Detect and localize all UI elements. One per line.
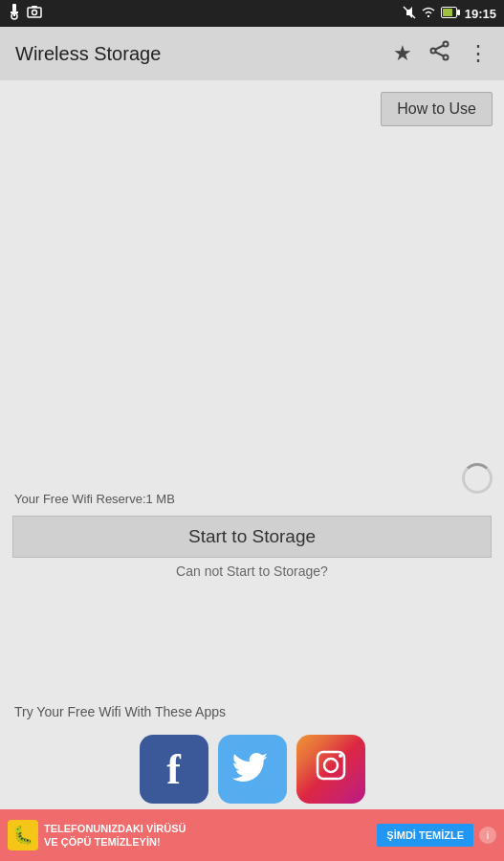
usb-icon xyxy=(8,4,21,24)
twitter-app-icon[interactable] xyxy=(218,735,287,804)
wifi-icon xyxy=(421,6,436,22)
svg-point-18 xyxy=(324,759,338,772)
svg-rect-10 xyxy=(457,10,460,15)
status-left-icons xyxy=(8,4,42,24)
start-to-storage-button[interactable]: Start to Storage xyxy=(12,516,492,558)
battery-icon xyxy=(441,7,460,21)
try-apps-label: Try Your Free Wifi With These Apps xyxy=(14,704,226,719)
svg-point-19 xyxy=(339,754,342,758)
app-bar: Wireless Storage ★ ⋮ xyxy=(0,27,504,80)
social-apps-row: f xyxy=(0,735,504,804)
ad-text-line2: VE ÇÖPÜ TEMİZLEYİN! xyxy=(44,835,371,849)
svg-rect-4 xyxy=(28,8,41,17)
svg-line-15 xyxy=(436,46,444,50)
facebook-letter: f xyxy=(166,745,181,794)
ad-cta-button[interactable]: ŞİMDİ TEMİZLE xyxy=(377,824,473,847)
time-display: 19:15 xyxy=(465,7,496,21)
ad-text: TELEFONUNIZDAKI VİRÜSÜ VE ÇÖPÜ TEMİZLEYİ… xyxy=(44,822,371,850)
status-right-icons: 19:15 xyxy=(403,6,496,22)
screenshot-icon xyxy=(27,5,42,23)
svg-point-13 xyxy=(431,49,436,54)
svg-point-12 xyxy=(444,42,449,47)
share-icon[interactable] xyxy=(429,40,450,67)
status-bar: 19:15 xyxy=(0,0,504,27)
star-icon[interactable]: ★ xyxy=(393,41,412,66)
svg-point-5 xyxy=(33,10,37,14)
instagram-app-icon[interactable] xyxy=(296,735,365,804)
ad-info-icon[interactable]: i xyxy=(479,827,496,844)
wifi-reserve-info: Your Free Wifi Reserve:1 MB xyxy=(14,492,175,506)
ad-text-line1: TELEFONUNIZDAKI VİRÜSÜ xyxy=(44,822,371,835)
twitter-bird-icon xyxy=(231,744,274,795)
svg-marker-8 xyxy=(406,7,412,18)
app-title: Wireless Storage xyxy=(15,43,393,65)
loading-spinner-area xyxy=(462,463,493,494)
instagram-camera-icon xyxy=(310,744,352,794)
svg-point-14 xyxy=(444,55,449,60)
bug-icon: 🐛 xyxy=(12,825,33,846)
loading-spinner xyxy=(462,463,493,494)
main-content: How to Use Your Free Wifi Reserve:1 MB S… xyxy=(0,80,504,861)
facebook-app-icon[interactable]: f xyxy=(140,735,208,804)
svg-rect-0 xyxy=(12,4,16,11)
mute-icon xyxy=(403,6,416,22)
ad-virus-icon: 🐛 xyxy=(8,820,38,850)
more-options-icon[interactable]: ⋮ xyxy=(468,41,489,66)
ad-banner[interactable]: 🐛 TELEFONUNIZDAKI VİRÜSÜ VE ÇÖPÜ TEMİZLE… xyxy=(0,809,504,861)
how-to-use-button[interactable]: How to Use xyxy=(381,92,493,126)
svg-rect-3 xyxy=(13,13,15,16)
svg-line-16 xyxy=(436,53,444,56)
cannot-start-text[interactable]: Can not Start to Storage? xyxy=(0,563,504,579)
svg-rect-6 xyxy=(32,6,37,8)
svg-rect-11 xyxy=(443,9,452,16)
